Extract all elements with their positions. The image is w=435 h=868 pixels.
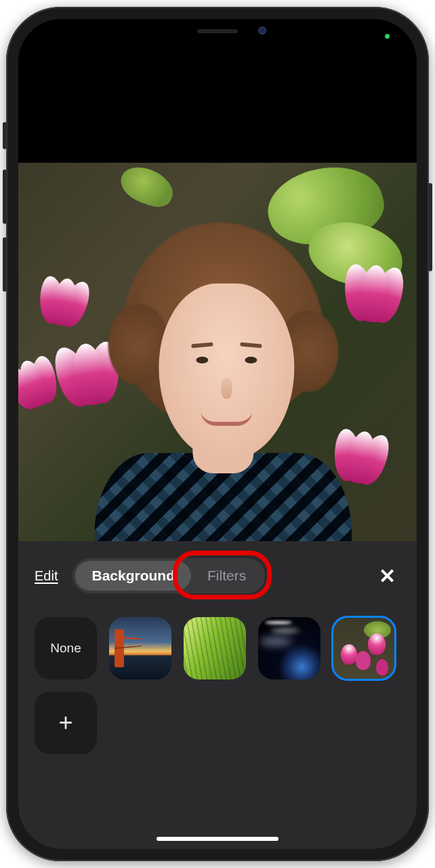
volume-up-button [3, 170, 7, 224]
phone-frame: Edit Background Filters ✕ None + [6, 7, 429, 861]
add-background-button[interactable]: + [35, 692, 97, 754]
background-option-none[interactable]: None [35, 617, 97, 679]
foliage-icon [116, 163, 178, 212]
background-option-grass[interactable] [184, 617, 246, 679]
panel-header-row: Edit Background Filters ✕ [35, 555, 400, 597]
background-thumbnails: None + [35, 617, 400, 754]
segmented-control: Background Filters [72, 558, 265, 593]
close-icon: ✕ [379, 565, 396, 587]
home-indicator[interactable] [157, 837, 278, 841]
screen: Edit Background Filters ✕ None + [18, 19, 417, 849]
camera-indicator-dot [385, 34, 390, 39]
background-option-earth[interactable] [258, 617, 320, 679]
tab-filters[interactable]: Filters [191, 561, 262, 591]
earpiece-speaker [197, 29, 238, 33]
close-button[interactable]: ✕ [373, 564, 400, 588]
notch [136, 19, 299, 43]
background-option-bridge[interactable] [109, 617, 171, 679]
background-option-tulips[interactable] [333, 617, 395, 679]
plus-icon: + [58, 709, 72, 737]
edit-button[interactable]: Edit [35, 568, 58, 584]
tab-background[interactable]: Background [75, 561, 191, 591]
side-button [428, 183, 432, 271]
effects-panel: Edit Background Filters ✕ None + [18, 541, 417, 849]
front-camera [258, 26, 266, 35]
video-preview[interactable] [18, 163, 417, 541]
selfie-subject [81, 216, 365, 541]
volume-down-button [3, 237, 7, 292]
mute-switch [3, 122, 7, 149]
